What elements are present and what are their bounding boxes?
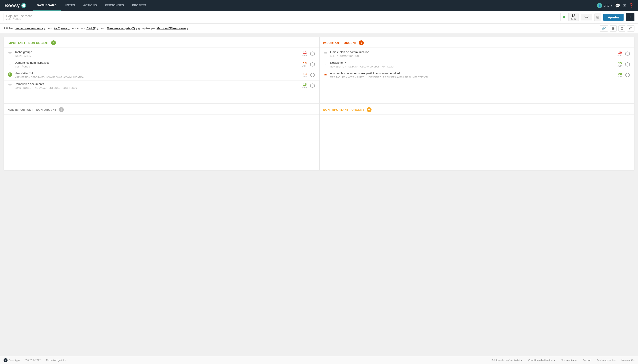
view-list-btn[interactable]: ☰ (618, 25, 625, 32)
footer-conditions[interactable]: Conditions d'utilisation ▲ (528, 359, 556, 362)
actions-filter[interactable]: Les actions en cours▾ (15, 27, 45, 30)
nav-links: DASHBOARD NOTES ACTIONS PERSONNES PROJET… (33, 0, 597, 11)
task-hex-icon[interactable] (625, 51, 630, 56)
task-date-month: JUIN (302, 65, 307, 67)
task-hex-icon[interactable] (310, 83, 315, 88)
task-hex-icon[interactable] (625, 72, 630, 78)
projets-filter[interactable]: Tous mes projets (7)▾ (107, 27, 137, 30)
navbar: Beesy DASHBOARD NOTES ACTIONS PERSONNES … (0, 0, 638, 11)
q3-badge: 0 (59, 107, 64, 112)
table-row[interactable]: 3.1 Newsletter Juin MARKETING - DEBORA F… (4, 70, 319, 80)
add-plus-button[interactable]: + (626, 13, 634, 21)
task-date: 12 JUIN (302, 51, 307, 56)
toolbar-date[interactable]: 13 JUIN (568, 13, 578, 21)
svg-marker-8 (310, 73, 314, 77)
task-filter-icon (323, 51, 328, 56)
task-date: 15 JUIN (617, 62, 622, 67)
mail-icon[interactable]: ✉ (623, 3, 626, 8)
table-row[interactable]: Démarches administratives MES TÂCHES 13 … (4, 59, 319, 70)
brand-logo[interactable]: Beesy (5, 3, 26, 8)
task-date-num: 12 (303, 51, 307, 54)
nav-dashboard[interactable]: DASHBOARD (33, 0, 61, 11)
table-row[interactable]: Remplir les documents LOAD PROJECT - NOU… (4, 80, 319, 91)
q4-title-link[interactable]: NON IMPORTANT - URGENT (323, 108, 364, 112)
task-body: Tache groupe INSTALLATION (15, 50, 300, 57)
q3-task-list (4, 114, 319, 170)
view-grid-btn[interactable]: ⊞ (610, 25, 617, 32)
nav-projets[interactable]: PROJETS (128, 0, 150, 11)
q4-task-list (320, 114, 634, 170)
q4-badge: 0 (367, 107, 371, 112)
task-date-month: JUIN (302, 76, 307, 78)
task-body: envoyer les documents aux participants a… (330, 72, 615, 78)
chat-icon[interactable]: 💬 (615, 3, 620, 8)
help-icon[interactable]: ❓ (629, 3, 633, 8)
task-hex-icon[interactable] (310, 62, 315, 67)
task-body: Remplir les documents LOAD PROJECT - NOU… (15, 82, 300, 89)
view-link-btn[interactable]: 🔗 (600, 25, 608, 32)
grid-view-icon[interactable]: ⊞ (594, 14, 601, 21)
table-row[interactable]: Tache groupe INSTALLATION 12 JUIN (4, 48, 319, 59)
pour2-label: pour (100, 27, 106, 30)
task-input[interactable]: + Ajouter une tâche MES TÂCHES (4, 13, 561, 21)
task-name: Remplir les documents (15, 82, 300, 86)
nav-user-dropdown-icon: ▾ (611, 4, 612, 7)
q2-title-link[interactable]: IMPORTANT - URGENT (323, 41, 357, 44)
q1-task-list: Tache groupe INSTALLATION 12 JUIN (4, 48, 319, 104)
task-hex-icon[interactable] (625, 62, 630, 67)
nav-notes[interactable]: NOTES (61, 0, 79, 11)
ajouter-button[interactable]: Ajouter (603, 14, 623, 21)
nav-actions[interactable]: ACTIONS (79, 0, 101, 11)
task-name: Finir le plan de communication (330, 50, 615, 54)
groupees-label: groupées par (138, 27, 155, 30)
footer-brand: B BeesApps (4, 358, 20, 362)
task-body: Finir le plan de communication BEESY COM… (330, 50, 615, 57)
task-filter-icon (8, 83, 13, 88)
task-hex-icon[interactable] (310, 72, 315, 78)
svg-marker-3 (310, 52, 314, 56)
task-date-month: JUIN (617, 65, 622, 67)
task-name: Tache groupe (15, 50, 300, 54)
jours-filter[interactable]: +/- 7 jours▾ (54, 27, 70, 30)
task-name: Newsletter Juin (15, 72, 300, 76)
q1-header: IMPORTANT - NON URGENT 4 (4, 37, 319, 48)
footer-version: 7.6.20 © 2022 (25, 359, 41, 362)
task-hex-icon[interactable] (310, 51, 315, 56)
table-row[interactable]: ✉ envoyer les documents aux participants… (320, 70, 634, 80)
footer-privacy[interactable]: Politique de confidentialité ▲ (491, 359, 523, 362)
eisenhower-matrix: IMPORTANT - NON URGENT 4 Tache groupe IN… (4, 37, 634, 170)
nav-personnes[interactable]: PERSONNES (101, 0, 128, 11)
svg-marker-21 (625, 73, 629, 77)
task-date: 15 JUIN (302, 83, 307, 88)
q1-title-link[interactable]: IMPORTANT - NON URGENT (8, 41, 49, 44)
matrice-filter[interactable]: Matrice d'Eisenhower▾ (157, 27, 188, 30)
nav-user[interactable]: 👤 DAC ▾ (597, 3, 612, 8)
svg-marker-16 (625, 52, 629, 56)
footer-formation[interactable]: Formation gratuite (46, 359, 66, 362)
view-tag-btn[interactable]: 🏷 (627, 25, 634, 32)
toolbar: + Ajouter une tâche MES TÂCHES 13 JUIN D… (0, 11, 638, 24)
task-filter-icon (8, 62, 13, 66)
svg-marker-12 (310, 84, 314, 88)
dwi-filter[interactable]: DWI (7)▾ (86, 27, 98, 30)
footer-premium[interactable]: Services premium (596, 359, 616, 362)
footer-support[interactable]: Support (583, 359, 591, 362)
table-row[interactable]: Newsletter KPI NEWSLETTER - DEBORA FOLLO… (320, 59, 634, 70)
afficher-label: Afficher (4, 27, 13, 30)
svg-marker-20 (625, 62, 629, 66)
footer-nouveautes[interactable]: Nouveautés (621, 359, 634, 362)
footer: B BeesApps 7.6.20 © 2022 Formation gratu… (0, 356, 638, 364)
toolbar-dwi-tag[interactable]: DWI (581, 14, 592, 20)
task-name: envoyer les documents aux participants a… (330, 72, 615, 76)
concernant-label: concernant (71, 27, 85, 30)
status-dot (563, 16, 565, 18)
date-num: 13 (571, 14, 575, 18)
table-row[interactable]: Finir le plan de communication BEESY COM… (320, 48, 634, 59)
q2-header: IMPORTANT - URGENT 3 (320, 37, 634, 48)
task-date-month: JUIN (617, 54, 622, 56)
nav-user-label: DAC (603, 4, 609, 7)
task-meta: BEESY COMMUNICATION (330, 55, 615, 57)
footer-contact[interactable]: Nous contacter (561, 359, 577, 362)
quadrant-non-important-non-urgent: NON IMPORTANT - NON URGENT 0 (4, 104, 319, 170)
filter-bar: Afficher Les actions en cours▾ pour +/- … (0, 24, 638, 33)
